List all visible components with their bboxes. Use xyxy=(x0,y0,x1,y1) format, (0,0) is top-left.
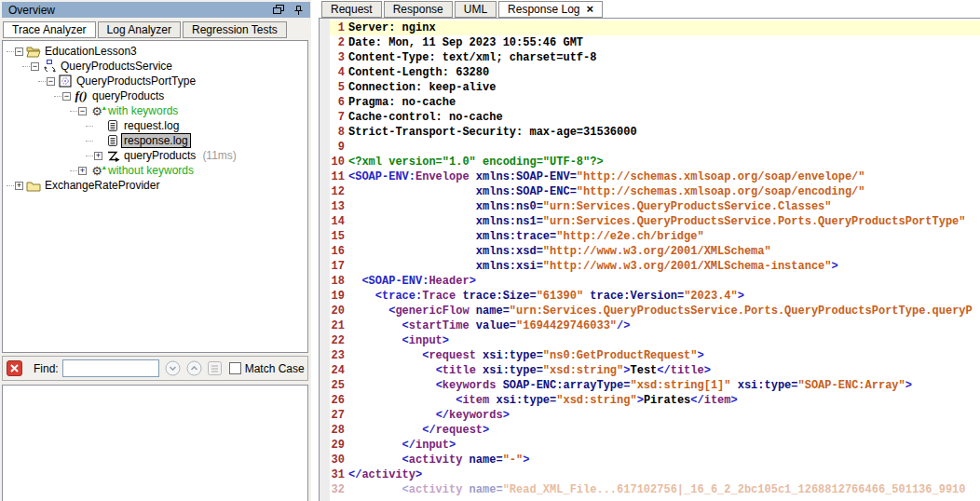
line-number: 15 xyxy=(330,229,345,244)
panel-titlebar[interactable]: Overview xyxy=(2,2,310,18)
line-number: 31 xyxy=(330,467,345,482)
gear-icon: ⚙▴ xyxy=(88,105,105,117)
logfile-icon xyxy=(104,134,121,147)
line-number: 11 xyxy=(330,169,345,184)
line-number: 28 xyxy=(330,423,345,438)
tree-connector xyxy=(38,81,46,82)
code-editor[interactable]: 1Server: nginx2Date: Mon, 11 Sep 2023 10… xyxy=(319,18,980,501)
code-line: 2Date: Mon, 11 Sep 2023 10:55:46 GMT xyxy=(320,35,980,50)
line-number: 13 xyxy=(330,199,345,214)
code-line: 24 <title xsi:type="xsd:string">Test</ti… xyxy=(320,363,980,378)
collapse-icon[interactable]: − xyxy=(47,77,55,86)
tree-item-queryproducts[interactable]: −f()queryProducts xyxy=(3,88,307,103)
code-line: 10<?xml version="1.0" encoding="UTF-8"?> xyxy=(320,155,980,169)
find-bar: Find: Match Case xyxy=(2,356,308,381)
tree-connector xyxy=(86,141,93,142)
code-line: 12 xmlns:SOAP-ENC="http://schemas.xmlsoa… xyxy=(320,184,980,199)
line-number: 29 xyxy=(330,438,345,453)
tab-label: Regression Tests xyxy=(192,23,278,36)
line-number: 4 xyxy=(330,65,345,80)
line-number: 22 xyxy=(330,333,345,348)
tree-item-request-log[interactable]: request.log xyxy=(3,118,307,133)
code-line: 26 <item xsi:type="xsd:string">Pirates</… xyxy=(320,393,980,408)
line-number: 18 xyxy=(330,274,345,289)
tree-item-queryproductsporttype[interactable]: −QueryProductsPortType xyxy=(3,74,307,88)
tab-trace-analyzer[interactable]: Trace Analyzer xyxy=(3,21,96,38)
folder-icon xyxy=(25,180,42,192)
highlight-all-icon[interactable] xyxy=(208,361,222,375)
tab-request[interactable]: Request xyxy=(321,1,382,18)
line-number: 17 xyxy=(330,259,345,274)
tree-item-queryproductsservice[interactable]: −QueryProductsService xyxy=(3,59,307,74)
line-number: 9 xyxy=(330,140,345,155)
tree-item-response-log[interactable]: response.log xyxy=(3,133,307,148)
expand-icon[interactable]: + xyxy=(78,167,87,175)
code-line: 6Pragma: no-cache xyxy=(320,95,980,110)
tab-response[interactable]: Response xyxy=(384,1,453,18)
tree-item-label: QueryProductsPortType xyxy=(74,74,198,88)
code-line: 4Content-Length: 63280 xyxy=(320,65,980,80)
expand-icon[interactable]: + xyxy=(94,152,102,160)
line-number: 5 xyxy=(330,80,345,95)
code-line: 7Cache-control: no-cache xyxy=(320,110,980,125)
restore-icon[interactable] xyxy=(273,5,284,15)
code-line: 11<SOAP-ENV:Envelope xmlns:SOAP-ENV="htt… xyxy=(320,169,980,184)
tab-label: UML xyxy=(464,3,487,16)
collapse-icon[interactable]: − xyxy=(62,92,71,101)
find-prev-icon[interactable] xyxy=(186,360,202,376)
tree-item-label: EducationLesson3 xyxy=(42,44,140,59)
logfile-icon xyxy=(104,119,121,132)
tree-item-without-keywords[interactable]: +⚙▴without keywords xyxy=(3,163,307,178)
code-line: 8Strict-Transport-Security: max-age=3153… xyxy=(320,125,980,140)
match-case-checkbox[interactable] xyxy=(229,362,241,374)
tab-uml[interactable]: UML xyxy=(455,1,497,18)
collapse-icon[interactable]: − xyxy=(15,47,23,56)
tab-label: Response Log xyxy=(508,3,579,16)
function-icon: f() xyxy=(73,88,89,103)
tree-item-educationlesson3[interactable]: −EducationLesson3 xyxy=(3,44,307,59)
line-number: 25 xyxy=(330,378,345,393)
match-case-label: Match Case xyxy=(245,362,305,375)
line-number: 7 xyxy=(330,110,345,125)
tree-item-label: response.log xyxy=(121,133,191,148)
tree-connector xyxy=(7,185,14,186)
code-line: 30 <activity name="-"> xyxy=(320,453,980,467)
line-number: 3 xyxy=(330,50,345,65)
tree-item-label: QueryProductsService xyxy=(58,59,175,74)
find-input[interactable] xyxy=(62,359,159,377)
tree-item-with-keywords[interactable]: −⚙▴with keywords xyxy=(3,103,307,118)
tree-item-label: queryProducts xyxy=(121,148,198,163)
trace-tree[interactable]: −EducationLesson3−QueryProductsService−Q… xyxy=(2,40,308,353)
code-line: 17 xmlns:xsi="http://www.w3.org/2001/XML… xyxy=(320,259,980,274)
line-number: 12 xyxy=(330,184,345,199)
find-next-icon[interactable] xyxy=(165,360,181,376)
tab-log-analyzer[interactable]: Log Analyzer xyxy=(98,21,181,38)
code-line: 23 <request xsi:type="ns0:GetProductRequ… xyxy=(320,348,980,363)
response-log-content: 1Server: nginx2Date: Mon, 11 Sep 2023 10… xyxy=(320,19,980,497)
tree-item-label: without keywords xyxy=(105,163,197,178)
close-tab-icon[interactable]: × xyxy=(586,5,593,14)
code-line: 18 <SOAP-ENV:Header> xyxy=(320,274,980,289)
tab-label: Request xyxy=(331,3,373,16)
collapse-icon[interactable]: − xyxy=(78,107,87,115)
code-line: 28 </request> xyxy=(320,423,980,438)
collapse-icon[interactable]: − xyxy=(31,62,39,71)
line-number: 21 xyxy=(330,318,345,333)
pin-icon[interactable] xyxy=(293,5,304,16)
tree-item-queryproducts-trace[interactable]: +queryProducts(11ms) xyxy=(3,148,307,163)
tab-response-log[interactable]: Response Log× xyxy=(498,1,603,18)
code-line: 19 <trace:Trace trace:Size="61390" trace… xyxy=(320,289,980,304)
code-line: 15 xmlns:trace="http://e2e.ch/bridge" xyxy=(320,229,980,244)
expand-icon[interactable]: + xyxy=(15,182,23,190)
close-icon[interactable] xyxy=(7,360,22,376)
tab-label: Response xyxy=(393,3,443,16)
tree-connector xyxy=(70,170,77,171)
gear-icon: ⚙▴ xyxy=(88,165,105,177)
tree-item-label: request.log xyxy=(121,118,182,133)
line-number: 32 xyxy=(330,482,345,497)
tree-item-exchangerateprovider[interactable]: +ExchangeRateProvider xyxy=(3,178,307,193)
tree-connector xyxy=(86,156,93,156)
tab-regression-tests[interactable]: Regression Tests xyxy=(183,21,287,38)
empty-panel xyxy=(2,385,308,501)
line-number: 1 xyxy=(330,20,345,35)
